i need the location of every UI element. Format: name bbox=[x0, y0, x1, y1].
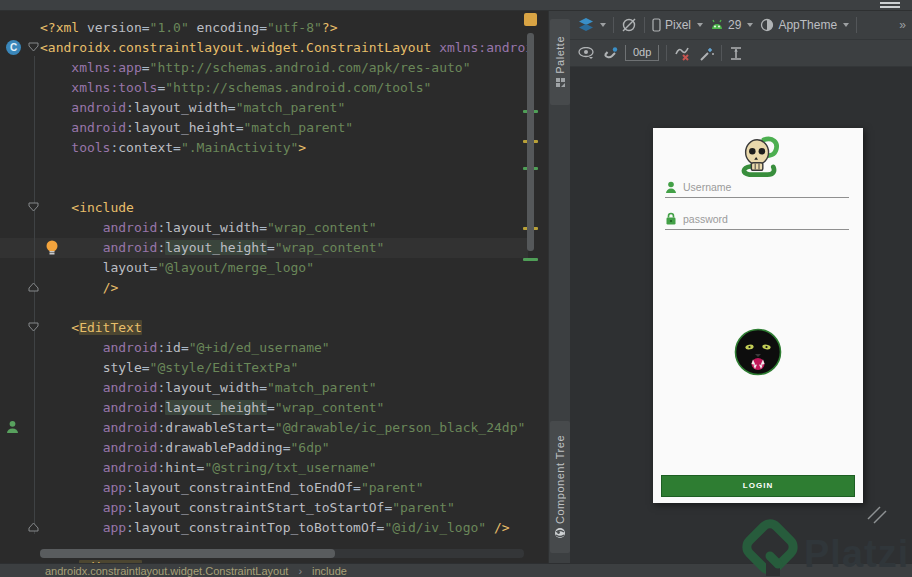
person-icon bbox=[665, 181, 677, 193]
error-stripe-mark[interactable] bbox=[523, 258, 538, 261]
infer-constraints-button[interactable] bbox=[698, 46, 714, 61]
chevron-down-icon bbox=[697, 23, 703, 27]
panther-avatar[interactable] bbox=[734, 328, 782, 376]
lock-icon bbox=[665, 212, 677, 225]
design-toolbar-row1: Pixel 29 AppTheme bbox=[570, 11, 912, 40]
autoconnect-button[interactable] bbox=[602, 46, 618, 61]
code-line[interactable]: xmlns:tools="http://schemas.android.com/… bbox=[0, 78, 528, 98]
fold-open-icon[interactable] bbox=[28, 322, 39, 332]
clear-constraints-button[interactable] bbox=[674, 46, 691, 61]
code-line[interactable]: tools:context=".MainActivity"> bbox=[0, 138, 528, 158]
default-margin-field[interactable]: 0dp bbox=[625, 45, 659, 61]
breadcrumb-separator: › bbox=[298, 565, 302, 577]
horizontal-scrollbar[interactable] bbox=[40, 549, 335, 558]
code-line[interactable] bbox=[0, 178, 528, 198]
fold-open-icon[interactable] bbox=[28, 202, 39, 212]
login-button[interactable]: LOGIN bbox=[661, 475, 855, 497]
platzi-logo-icon bbox=[742, 518, 798, 576]
lightbulb-icon[interactable] bbox=[45, 240, 59, 256]
magic-wand-icon bbox=[698, 46, 714, 61]
code-line[interactable]: android:layout_width="wrap_content" bbox=[0, 218, 528, 238]
circle-slash-icon bbox=[621, 17, 637, 33]
palette-icon bbox=[555, 77, 566, 88]
breadcrumb-constraintlayout[interactable]: androidx.constraintlayout.widget.Constra… bbox=[45, 565, 288, 577]
window-top-strip bbox=[0, 0, 912, 11]
xml-code-editor[interactable]: <?xml version="1.0" encoding="utf-8"?><a… bbox=[0, 11, 548, 563]
code-line[interactable]: <androidx.constraintlayout.widget.Constr… bbox=[0, 38, 528, 58]
code-line[interactable]: <EditText bbox=[0, 318, 528, 338]
ibeam-icon bbox=[729, 46, 743, 61]
code-line[interactable]: android:layout_height="match_parent" bbox=[0, 118, 528, 138]
device-selector[interactable]: Pixel bbox=[652, 18, 703, 32]
android-icon bbox=[710, 19, 724, 31]
pack-button[interactable] bbox=[729, 46, 743, 61]
code-line[interactable]: app:layout_constraintStart_toStartOf="pa… bbox=[0, 498, 528, 518]
api-level-selector[interactable]: 29 bbox=[710, 18, 753, 32]
code-line[interactable]: android:drawableStart="@drawable/ic_pers… bbox=[0, 418, 528, 438]
phone-preview[interactable]: Username password bbox=[653, 128, 863, 503]
code-line[interactable] bbox=[0, 298, 528, 318]
code-line[interactable]: app:layout_constraintTop_toBottomOf="@id… bbox=[0, 518, 528, 538]
code-line[interactable]: android:layout_width="match_parent" bbox=[0, 378, 528, 398]
username-edittext[interactable]: Username bbox=[665, 181, 849, 198]
eye-icon bbox=[578, 47, 595, 59]
username-hint: Username bbox=[683, 181, 731, 193]
code-clip: <?xml version="1.0" encoding="utf-8"?><a… bbox=[0, 11, 528, 563]
palette-label: Palette bbox=[554, 36, 566, 74]
chevron-down-icon bbox=[843, 23, 849, 27]
theme-selector[interactable]: AppTheme bbox=[760, 18, 849, 32]
code-line[interactable]: /> bbox=[0, 278, 528, 298]
code-line[interactable]: android:layout_width="match_parent" bbox=[0, 98, 528, 118]
theme-label: AppTheme bbox=[778, 18, 837, 32]
code-line[interactable]: android:drawablePadding="6dp" bbox=[0, 438, 528, 458]
code-line[interactable]: layout="@layout/merge_logo" bbox=[0, 258, 528, 278]
code-line[interactable]: android:id="@+id/ed_username" bbox=[0, 338, 528, 358]
code-line[interactable]: <?xml version="1.0" encoding="utf-8"?> bbox=[0, 18, 528, 38]
design-surface[interactable]: Username password bbox=[570, 67, 912, 563]
phone-icon bbox=[652, 18, 661, 32]
code-line[interactable]: app:layout_constraintEnd_toEndOf="parent… bbox=[0, 478, 528, 498]
fold-close-icon[interactable] bbox=[28, 522, 39, 532]
person-gutter-icon[interactable] bbox=[6, 420, 19, 433]
code-line[interactable]: xmlns:app="http://schemas.android.com/ap… bbox=[0, 58, 528, 78]
tab-palette[interactable]: Palette bbox=[550, 19, 570, 105]
class-badge-icon[interactable]: C bbox=[6, 40, 21, 55]
menu-lines-icon[interactable] bbox=[880, 2, 900, 9]
view-options-button[interactable] bbox=[578, 47, 595, 59]
code-line[interactable]: android:layout_height="wrap_content" bbox=[0, 238, 528, 258]
globe-icon bbox=[554, 527, 566, 539]
orientation-button[interactable] bbox=[621, 17, 637, 33]
breadcrumb-include[interactable]: include bbox=[312, 565, 347, 577]
platzi-watermark-text: Platzi bbox=[804, 533, 909, 576]
right-tool-window-strip: Palette Component Tree bbox=[548, 11, 570, 563]
vertical-scrollbar[interactable] bbox=[527, 33, 534, 251]
code-line[interactable]: style="@style/EditTextPa" bbox=[0, 358, 528, 378]
fold-guide-line bbox=[34, 56, 35, 534]
code-line[interactable]: android:hint="@string/txt_username" bbox=[0, 458, 528, 478]
error-stripe-status[interactable] bbox=[524, 13, 537, 26]
layers-icon bbox=[578, 18, 594, 32]
component-tree-label: Component Tree bbox=[554, 435, 566, 524]
magnet-icon bbox=[602, 46, 618, 61]
device-label: Pixel bbox=[665, 18, 691, 32]
tab-component-tree[interactable]: Component Tree bbox=[550, 421, 570, 553]
password-hint: password bbox=[683, 213, 728, 225]
squiggle-x-icon bbox=[674, 46, 691, 61]
half-circle-icon bbox=[760, 18, 774, 32]
password-edittext[interactable]: password bbox=[665, 212, 849, 230]
code-line[interactable] bbox=[0, 158, 528, 178]
design-panel: Pixel 29 AppTheme bbox=[570, 11, 912, 563]
toolbar-overflow-button[interactable]: » bbox=[899, 18, 904, 32]
fold-close-icon[interactable] bbox=[28, 282, 39, 292]
code-lines: <?xml version="1.0" encoding="utf-8"?><a… bbox=[0, 11, 528, 563]
skull-snake-logo[interactable] bbox=[738, 135, 780, 177]
design-mode-button[interactable] bbox=[578, 18, 606, 32]
code-line[interactable]: android:layout_height="wrap_content" bbox=[0, 398, 528, 418]
username-underline bbox=[665, 197, 849, 198]
password-underline bbox=[665, 229, 849, 230]
fold-open-icon[interactable] bbox=[28, 42, 39, 52]
code-line[interactable]: <include bbox=[0, 198, 528, 218]
platzi-watermark: Platzi bbox=[742, 518, 909, 576]
android-studio-window: <?xml version="1.0" encoding="utf-8"?><a… bbox=[0, 0, 912, 577]
api-level-label: 29 bbox=[728, 18, 741, 32]
